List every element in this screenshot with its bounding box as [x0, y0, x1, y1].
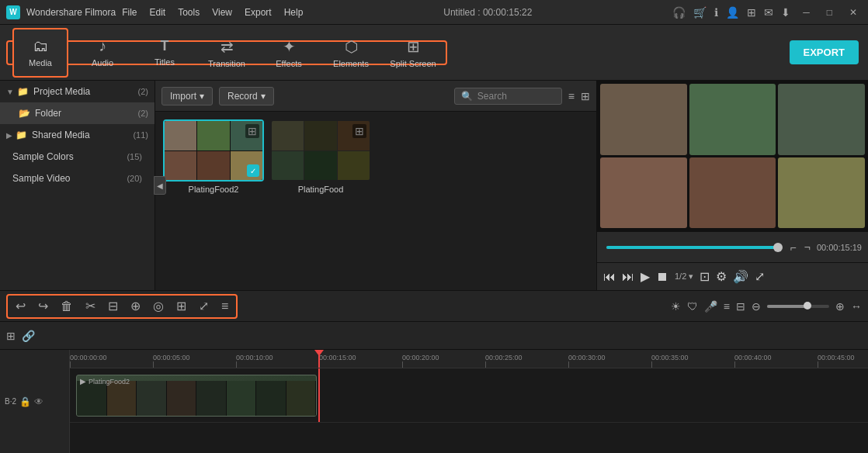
menu-tools[interactable]: Tools [178, 7, 200, 18]
fullscreen-button[interactable]: ⤢ [196, 297, 212, 315]
filter-icon[interactable]: ≡ [568, 90, 575, 102]
zoom-in-tl-icon[interactable]: ⊕ [835, 300, 845, 313]
stop-button[interactable]: ⏹ [656, 270, 668, 284]
headphone-icon[interactable]: 🎧 [672, 6, 686, 19]
preview-cell [778, 157, 865, 229]
sample-video-count-close: ) [139, 174, 142, 183]
strip-frame [77, 381, 107, 417]
play-button[interactable]: ▶ [641, 269, 650, 284]
rotation-button[interactable]: ◎ [150, 297, 167, 315]
record-button[interactable]: Record ▾ [219, 87, 274, 105]
user-icon[interactable]: 👤 [726, 6, 739, 19]
import-button[interactable]: Import ▾ [161, 87, 213, 105]
media-item[interactable]: ⊞ ✓ PlatingFood2 [163, 119, 264, 282]
sun-icon[interactable]: ☀ [671, 300, 681, 313]
project-media-label: Project Media [33, 86, 138, 97]
thumb-frame [197, 121, 229, 150]
toolbar-media[interactable]: 🗂 Media [12, 28, 68, 78]
ruler-marks: 00:00:00:00 00:00:05:00 00:00:10:00 00:0… [70, 350, 868, 368]
shared-media-count-val: 11 [136, 130, 145, 140]
thumb-frame [165, 121, 196, 150]
add-track-icon[interactable]: ⊞ [6, 330, 16, 342]
frame-back-button[interactable]: ⏭ [622, 270, 634, 284]
ruler-mark: 00:00:20:00 [402, 354, 439, 368]
search-icon: 🔍 [461, 91, 473, 102]
export-button[interactable]: EXPORT [790, 40, 859, 64]
track-playhead [318, 368, 320, 422]
toolbar-audio[interactable]: ♪ Audio [75, 28, 130, 78]
download-icon[interactable]: ⬇ [781, 6, 790, 19]
zoom-slider[interactable] [767, 305, 829, 308]
video-clip[interactable]: ▶ PlatingFood2 [76, 375, 317, 417]
strip-frame [227, 381, 257, 417]
cart-icon[interactable]: 🛒 [693, 6, 707, 19]
zoom-out-tl-icon[interactable]: ⊖ [752, 300, 761, 313]
sample-video-row[interactable]: Sample Video ( 20 ) [0, 168, 155, 189]
toolbar-titles[interactable]: T Titles [137, 28, 193, 78]
lock-icon[interactable]: 🔒 [19, 396, 31, 407]
eye-icon[interactable]: 👁 [34, 396, 43, 407]
progress-thumb[interactable] [773, 243, 783, 252]
media-thumbnail-1[interactable]: ⊞ ✓ [163, 119, 264, 182]
timeline-content: B·2 🔒 👁 00:00:00:00 00:00:05:00 [0, 350, 868, 453]
media-thumbnail-2[interactable]: ⊞ [270, 119, 371, 182]
minimize-button[interactable]: ─ [798, 7, 814, 18]
expand-icon[interactable]: ↔ [851, 300, 862, 313]
menu-export[interactable]: Export [245, 7, 272, 18]
delete-button[interactable]: 🗑 [57, 298, 76, 315]
clip-label: ▶ PlatingFood2 [80, 377, 130, 386]
ruler-mark: 00:00:40:00 [734, 354, 772, 368]
mark-out-icon[interactable]: ¬ [803, 240, 812, 255]
redo-button[interactable]: ↪ [35, 297, 51, 315]
menu-help[interactable]: Help [284, 7, 304, 18]
mail-icon[interactable]: ✉ [764, 6, 773, 19]
content-area: ▼ 📁 Project Media ( 2 ) 📂 Folder ( 2 ) ▶… [0, 81, 868, 290]
media-item[interactable]: ⊞ PlatingFood [270, 119, 371, 282]
project-media-row[interactable]: ▼ 📁 Project Media ( 2 ) [0, 81, 155, 102]
mic-icon[interactable]: 🎤 [704, 300, 717, 313]
info-icon[interactable]: ℹ [714, 6, 718, 19]
zoom-in-button[interactable]: ⊕ [127, 297, 144, 315]
settings-icon[interactable]: ⚙ [716, 269, 727, 284]
search-input[interactable] [477, 91, 555, 102]
left-panel: ▼ 📁 Project Media ( 2 ) 📂 Folder ( 2 ) ▶… [0, 81, 155, 290]
preview-cell [600, 84, 687, 155]
preview-progress-slider[interactable] [606, 246, 781, 249]
toolbar-split-screen[interactable]: ⊞ Split Screen [385, 28, 441, 78]
menu-edit[interactable]: Edit [150, 7, 166, 18]
sample-colors-row[interactable]: Sample Colors ( 15 ) [0, 146, 155, 168]
shield-icon[interactable]: 🛡 [687, 300, 698, 313]
adjustments-button[interactable]: ≡ [218, 298, 231, 315]
fullscreen-icon[interactable]: ⤢ [755, 269, 765, 284]
toolbar-elements[interactable]: ⬡ Elements [323, 28, 379, 78]
layout-icon[interactable]: ⊟ [736, 300, 745, 313]
close-button[interactable]: ✕ [845, 7, 862, 18]
volume-icon[interactable]: 🔊 [733, 269, 748, 284]
magnet-icon[interactable]: 🔗 [22, 330, 35, 342]
text-icon[interactable]: ≡ [724, 300, 730, 313]
share-icon[interactable]: ⊞ [747, 6, 756, 19]
maximize-button[interactable]: □ [822, 7, 837, 18]
app-name: Wondershare Filmora [26, 7, 116, 18]
crop-button[interactable]: ⊟ [105, 297, 121, 315]
cut-button[interactable]: ✂ [82, 297, 99, 315]
zoom-thumb[interactable] [804, 302, 811, 309]
toolbar-transition[interactable]: ⇄ Transition [199, 28, 255, 78]
collapse-panel-button[interactable]: ◀ [154, 176, 166, 195]
grid-view-icon[interactable]: ⊞ [581, 90, 590, 102]
split-screen-label: Split Screen [390, 59, 436, 68]
split-button[interactable]: ⊞ [173, 297, 189, 315]
menu-file[interactable]: File [122, 7, 137, 18]
shared-media-row[interactable]: ▶ 📁 Shared Media ( 11 ) [0, 124, 155, 146]
step-back-button[interactable]: ⏮ [603, 270, 616, 284]
menu-view[interactable]: View [212, 7, 232, 18]
fit-screen-icon[interactable]: ⊡ [700, 269, 710, 284]
menu-bar[interactable]: File Edit Tools View Export Help [122, 7, 303, 18]
timeline-left-icons: ⊞ 🔗 [6, 330, 35, 342]
playback-speed[interactable]: 1/2 ▾ [675, 271, 693, 282]
search-box[interactable]: 🔍 [454, 88, 562, 105]
folder-row[interactable]: 📂 Folder ( 2 ) [0, 102, 155, 124]
mark-in-icon[interactable]: ⌐ [789, 240, 798, 255]
undo-button[interactable]: ↩ [12, 297, 29, 315]
toolbar-effects[interactable]: ✦ Effects [261, 28, 317, 78]
